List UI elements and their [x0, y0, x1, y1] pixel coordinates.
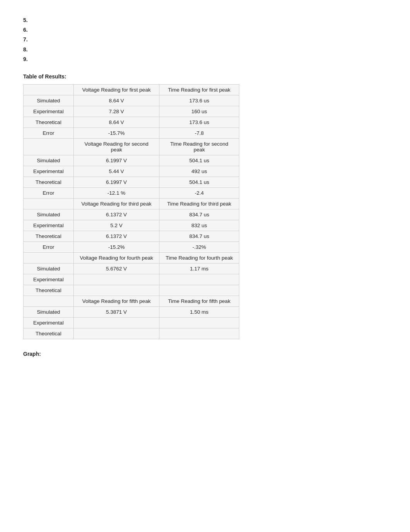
row-label-1-3: Error [24, 187, 74, 198]
table-row: Experimental5.44 V492 us [24, 166, 239, 177]
row-col2-4-0: 1.50 ms [159, 306, 239, 317]
row-label-2-0: Simulated [24, 209, 74, 220]
row-col2-0-3: -7.8 [159, 127, 239, 138]
row-col2-0-0: 173.6 us [159, 95, 239, 106]
row-col2-3-0: 1.17 ms [159, 263, 239, 274]
row-col1-2-1: 5.2 V [74, 220, 159, 231]
row-col1-4-2 [74, 328, 159, 339]
row-col1-0-3: -15.7% [74, 127, 159, 138]
row-col2-3-2 [159, 285, 239, 296]
row-col1-1-2: 6.1997 V [74, 177, 159, 187]
col1-header-1: Voltage Reading for second peak [74, 138, 159, 155]
empty-cell-3 [24, 252, 74, 263]
table-row: Simulated8.64 V173.6 us [24, 95, 239, 106]
row-col1-3-0: 5.6762 V [74, 263, 159, 274]
row-col1-1-0: 6.1997 V [74, 155, 159, 166]
row-col2-3-1 [159, 274, 239, 285]
table-row: Experimental [24, 274, 239, 285]
table-row: Theoretical8.64 V173.6 us [24, 117, 239, 127]
row-col2-4-1 [159, 317, 239, 328]
table-row: Error-15.7%-7.8 [24, 127, 239, 138]
row-col2-2-1: 832 us [159, 220, 239, 231]
row-label-3-2: Theoretical [24, 285, 74, 296]
row-col1-3-1 [74, 274, 159, 285]
table-title: Table of Results: [23, 73, 387, 80]
row-col2-1-0: 504.1 us [159, 155, 239, 166]
row-col1-1-1: 5.44 V [74, 166, 159, 177]
list-item-7: 7. [23, 35, 387, 44]
table-row: Theoretical [24, 328, 239, 339]
row-col1-0-1: 7.28 V [74, 106, 159, 117]
row-label-4-1: Experimental [24, 317, 74, 328]
empty-cell-0 [24, 84, 74, 95]
row-label-0-0: Simulated [24, 95, 74, 106]
col2-header-3: Time Reading for fourth peak [159, 252, 239, 263]
col1-header-3: Voltage Reading for fourth peak [74, 252, 159, 263]
empty-cell-1 [24, 138, 74, 155]
col2-header-4: Time Reading for fifth peak [159, 296, 239, 306]
row-col1-2-3: -15.2% [74, 241, 159, 252]
row-label-0-3: Error [24, 127, 74, 138]
row-col1-4-1 [74, 317, 159, 328]
row-label-2-3: Error [24, 241, 74, 252]
row-col1-2-2: 6.1372 V [74, 231, 159, 241]
row-col1-2-0: 6.1372 V [74, 209, 159, 220]
table-row: Simulated5.3871 V1.50 ms [24, 306, 239, 317]
row-label-2-2: Theoretical [24, 231, 74, 241]
row-col2-0-1: 160 us [159, 106, 239, 117]
table-row: Experimental5.2 V832 us [24, 220, 239, 231]
row-label-0-1: Experimental [24, 106, 74, 117]
row-col2-1-1: 492 us [159, 166, 239, 177]
row-label-1-2: Theoretical [24, 177, 74, 187]
row-col1-0-2: 8.64 V [74, 117, 159, 127]
col1-header-4: Voltage Reading for fifth peak [74, 296, 159, 306]
row-col2-2-3: -.32% [159, 241, 239, 252]
row-label-0-2: Theoretical [24, 117, 74, 127]
row-col2-4-2 [159, 328, 239, 339]
row-col2-0-2: 173.6 us [159, 117, 239, 127]
table-row: Simulated6.1997 V504.1 us [24, 155, 239, 166]
table-row: Experimental [24, 317, 239, 328]
row-label-1-0: Simulated [24, 155, 74, 166]
list-item-9: 9. [23, 54, 387, 64]
row-label-4-0: Simulated [24, 306, 74, 317]
col1-header-0: Voltage Reading for first peak [74, 84, 159, 95]
col2-header-0: Time Reading for first peak [159, 84, 239, 95]
row-col2-1-2: 504.1 us [159, 177, 239, 187]
table-row: Theoretical6.1997 V504.1 us [24, 177, 239, 187]
list-item-8: 8. [23, 45, 387, 54]
list-item-5: 5. [23, 15, 387, 25]
empty-cell-2 [24, 198, 74, 209]
row-label-1-1: Experimental [24, 166, 74, 177]
row-col2-2-2: 834.7 us [159, 231, 239, 241]
table-row: Error-12.1 %-2.4 [24, 187, 239, 198]
table-row: Error-15.2%-.32% [24, 241, 239, 252]
table-row: Simulated6.1372 V834.7 us [24, 209, 239, 220]
table-row: Experimental7.28 V160 us [24, 106, 239, 117]
table-row: Theoretical [24, 285, 239, 296]
row-col1-1-3: -12.1 % [74, 187, 159, 198]
list-item-6: 6. [23, 25, 387, 35]
row-col1-0-0: 8.64 V [74, 95, 159, 106]
table-row: Simulated5.6762 V1.17 ms [24, 263, 239, 274]
row-label-3-0: Simulated [24, 263, 74, 274]
row-col2-1-3: -2.4 [159, 187, 239, 198]
col2-header-2: Time Reading for third peak [159, 198, 239, 209]
row-col1-3-2 [74, 285, 159, 296]
row-col2-2-0: 834.7 us [159, 209, 239, 220]
row-col1-4-0: 5.3871 V [74, 306, 159, 317]
row-label-3-1: Experimental [24, 274, 74, 285]
graph-label: Graph: [23, 351, 387, 357]
row-label-2-1: Experimental [24, 220, 74, 231]
row-label-4-2: Theoretical [24, 328, 74, 339]
results-table: Voltage Reading for first peakTime Readi… [23, 84, 239, 339]
col2-header-1: Time Reading for second peak [159, 138, 239, 155]
empty-cell-4 [24, 296, 74, 306]
numbered-list: 5. 6. 7. 8. 9. [23, 15, 387, 64]
table-row: Theoretical6.1372 V834.7 us [24, 231, 239, 241]
col1-header-2: Voltage Reading for third peak [74, 198, 159, 209]
